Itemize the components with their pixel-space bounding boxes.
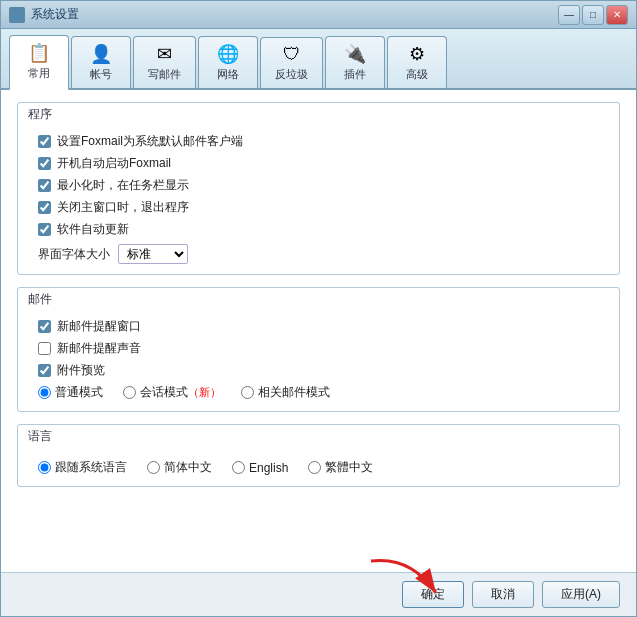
radio-lang-system[interactable] <box>38 461 51 474</box>
checkbox-autostart[interactable] <box>38 157 51 170</box>
mail-checkbox-label-2: 新邮件提醒声音 <box>57 340 141 357</box>
tab-account-label: 帐号 <box>90 67 112 82</box>
lang-item-system: 跟随系统语言 <box>38 459 127 476</box>
cancel-button[interactable]: 取消 <box>472 581 534 608</box>
lang-row: 跟随系统语言 简体中文 English 繁體中文 <box>38 459 599 476</box>
font-size-label: 界面字体大小 <box>38 246 110 263</box>
maximize-button[interactable]: □ <box>582 5 604 25</box>
mode-row: 普通模式 会话模式（新） 相关邮件模式 <box>38 384 599 401</box>
tab-common[interactable]: 📋 常用 <box>9 35 69 90</box>
mode-item-related: 相关邮件模式 <box>241 384 330 401</box>
checkbox-row-4: 关闭主窗口时，退出程序 <box>38 199 599 216</box>
content-area: 程序 设置Foxmail为系统默认邮件客户端 开机自动启动Foxmail 最小化… <box>1 90 636 572</box>
mail-checkbox-row-1: 新邮件提醒窗口 <box>38 318 599 335</box>
mail-checkbox-row-3: 附件预览 <box>38 362 599 379</box>
mode-item-conversation: 会话模式（新） <box>123 384 221 401</box>
mail-section-title: 邮件 <box>18 287 619 312</box>
tab-antispam-label: 反垃圾 <box>275 67 308 82</box>
tab-account[interactable]: 👤 帐号 <box>71 36 131 88</box>
tab-advanced-icon: ⚙ <box>409 43 425 65</box>
mode-label-normal: 普通模式 <box>55 384 103 401</box>
tab-network[interactable]: 🌐 网络 <box>198 36 258 88</box>
new-badge: （新） <box>188 386 221 398</box>
lang-label-simplified: 简体中文 <box>164 459 212 476</box>
tab-common-icon: 📋 <box>28 42 50 64</box>
apply-button[interactable]: 应用(A) <box>542 581 620 608</box>
title-bar: 系统设置 — □ ✕ <box>1 1 636 29</box>
mode-item-normal: 普通模式 <box>38 384 103 401</box>
checkbox-default-client[interactable] <box>38 135 51 148</box>
tab-network-icon: 🌐 <box>217 43 239 65</box>
mail-section-body: 新邮件提醒窗口 新邮件提醒声音 附件预览 普通模式 <box>18 312 619 411</box>
mode-label-conversation: 会话模式（新） <box>140 384 221 401</box>
mail-checkbox-label-3: 附件预览 <box>57 362 105 379</box>
tab-plugins-label: 插件 <box>344 67 366 82</box>
system-settings-window: 系统设置 — □ ✕ 📋 常用 👤 帐号 ✉ 写邮件 🌐 网络 🛡 反垃圾 <box>0 0 637 617</box>
title-icon <box>9 7 25 23</box>
radio-related-mode[interactable] <box>241 386 254 399</box>
program-section: 程序 设置Foxmail为系统默认邮件客户端 开机自动启动Foxmail 最小化… <box>17 102 620 275</box>
checkbox-attachment-preview[interactable] <box>38 364 51 377</box>
lang-item-english: English <box>232 461 288 475</box>
lang-label-system: 跟随系统语言 <box>55 459 127 476</box>
program-section-title: 程序 <box>18 102 619 127</box>
tab-account-icon: 👤 <box>90 43 112 65</box>
checkbox-label-5: 软件自动更新 <box>57 221 129 238</box>
radio-lang-traditional[interactable] <box>308 461 321 474</box>
checkbox-row-5: 软件自动更新 <box>38 221 599 238</box>
mail-section: 邮件 新邮件提醒窗口 新邮件提醒声音 附件预览 普通模式 <box>17 287 620 412</box>
checkbox-new-mail-sound[interactable] <box>38 342 51 355</box>
radio-conversation-mode[interactable] <box>123 386 136 399</box>
checkbox-label-2: 开机自动启动Foxmail <box>57 155 171 172</box>
checkbox-auto-update[interactable] <box>38 223 51 236</box>
minimize-button[interactable]: — <box>558 5 580 25</box>
language-section-title: 语言 <box>18 424 619 449</box>
language-section-body: 跟随系统语言 简体中文 English 繁體中文 <box>18 449 619 486</box>
tab-compose-label: 写邮件 <box>148 67 181 82</box>
tab-advanced[interactable]: ⚙ 高级 <box>387 36 447 88</box>
checkbox-new-mail-popup[interactable] <box>38 320 51 333</box>
checkbox-row-2: 开机自动启动Foxmail <box>38 155 599 172</box>
checkbox-label-4: 关闭主窗口时，退出程序 <box>57 199 189 216</box>
tab-bar: 📋 常用 👤 帐号 ✉ 写邮件 🌐 网络 🛡 反垃圾 🔌 插件 ⚙ 高级 <box>1 29 636 90</box>
title-buttons: — □ ✕ <box>558 5 628 25</box>
radio-normal-mode[interactable] <box>38 386 51 399</box>
tab-common-label: 常用 <box>28 66 50 81</box>
lang-label-english: English <box>249 461 288 475</box>
font-size-row: 界面字体大小 小 标准 大 <box>38 244 599 264</box>
checkbox-label-3: 最小化时，在任务栏显示 <box>57 177 189 194</box>
lang-item-simplified: 简体中文 <box>147 459 212 476</box>
tab-compose-icon: ✉ <box>157 43 172 65</box>
program-section-body: 设置Foxmail为系统默认邮件客户端 开机自动启动Foxmail 最小化时，在… <box>18 127 619 274</box>
checkbox-minimize-tray[interactable] <box>38 179 51 192</box>
mail-checkbox-label-1: 新邮件提醒窗口 <box>57 318 141 335</box>
checkbox-row-3: 最小化时，在任务栏显示 <box>38 177 599 194</box>
checkbox-close-exit[interactable] <box>38 201 51 214</box>
tab-antispam-icon: 🛡 <box>283 44 301 65</box>
tab-antispam[interactable]: 🛡 反垃圾 <box>260 37 323 88</box>
checkbox-row-1: 设置Foxmail为系统默认邮件客户端 <box>38 133 599 150</box>
tab-advanced-label: 高级 <box>406 67 428 82</box>
bottom-bar: 确定 取消 应用(A) <box>1 572 636 616</box>
close-button[interactable]: ✕ <box>606 5 628 25</box>
tab-plugins-icon: 🔌 <box>344 43 366 65</box>
mode-label-related: 相关邮件模式 <box>258 384 330 401</box>
checkbox-label-1: 设置Foxmail为系统默认邮件客户端 <box>57 133 243 150</box>
radio-lang-english[interactable] <box>232 461 245 474</box>
radio-lang-simplified[interactable] <box>147 461 160 474</box>
lang-label-traditional: 繁體中文 <box>325 459 373 476</box>
red-arrow-icon <box>361 551 451 606</box>
tab-plugins[interactable]: 🔌 插件 <box>325 36 385 88</box>
mail-checkbox-row-2: 新邮件提醒声音 <box>38 340 599 357</box>
lang-item-traditional: 繁體中文 <box>308 459 373 476</box>
font-size-select[interactable]: 小 标准 大 <box>118 244 188 264</box>
window-title: 系统设置 <box>31 6 558 23</box>
language-section: 语言 跟随系统语言 简体中文 English <box>17 424 620 487</box>
tab-network-label: 网络 <box>217 67 239 82</box>
tab-compose[interactable]: ✉ 写邮件 <box>133 36 196 88</box>
